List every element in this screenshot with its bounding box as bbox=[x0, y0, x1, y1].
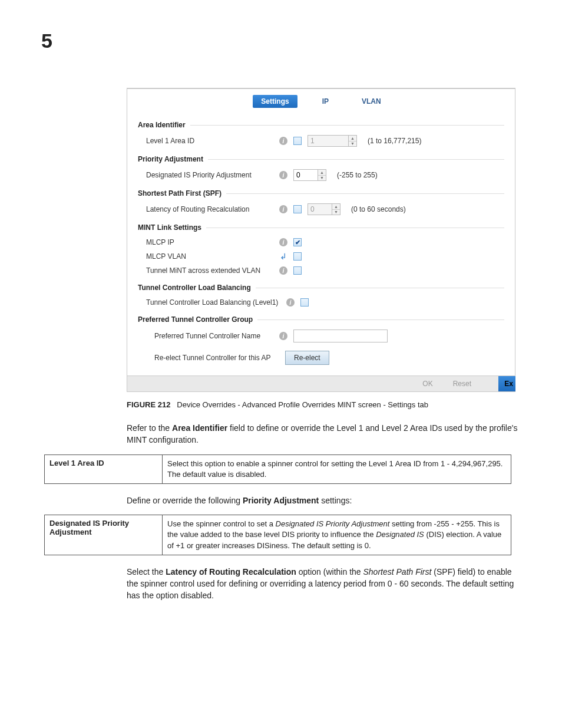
table-row-val: Use the spinner control to set a Designa… bbox=[163, 515, 511, 555]
reelect-row: Re-elect Tunnel Controller for this AP R… bbox=[138, 348, 504, 367]
latency-range: (0 to 60 seconds) bbox=[351, 205, 406, 213]
reelect-button[interactable]: Re-elect bbox=[285, 351, 329, 365]
spinner-up-icon[interactable]: ▲ bbox=[349, 136, 356, 141]
table-dis-priority: Designated IS Priority Adjustment Use th… bbox=[44, 515, 511, 555]
info-icon[interactable]: i bbox=[279, 238, 287, 246]
table-level1-area-id: Level 1 Area ID Select this option to en… bbox=[44, 454, 511, 484]
group-area-identifier: Area Identifier bbox=[138, 121, 504, 129]
latency-spinner[interactable]: ▲▼ bbox=[308, 203, 340, 215]
mlcp-vlan-row: MLCP VLAN ↲ bbox=[138, 249, 504, 263]
level1-range: (1 to 16,777,215) bbox=[368, 137, 421, 145]
dis-priority-spinner[interactable]: ▲▼ bbox=[293, 169, 326, 181]
footer-bar: OK Reset Ex bbox=[127, 375, 515, 391]
table-row-key: Designated IS Priority Adjustment bbox=[45, 515, 163, 555]
tabs: Settings IP VLAN bbox=[127, 89, 515, 111]
ptc-name-input[interactable] bbox=[293, 330, 388, 342]
spinner-up-icon[interactable]: ▲ bbox=[318, 170, 326, 176]
level1-area-id-row: Level 1 Area ID i ▲▼ (1 to 16,777,215) bbox=[138, 133, 504, 149]
info-icon[interactable]: i bbox=[286, 298, 295, 307]
figure-number: FIGURE 212 bbox=[127, 400, 170, 409]
mlcp-ip-label: MLCP IP bbox=[146, 238, 273, 246]
dis-priority-label: Designated IS Priority Adjustment bbox=[146, 171, 273, 179]
dis-range: (-255 to 255) bbox=[337, 171, 378, 179]
info-icon[interactable]: i bbox=[279, 266, 287, 275]
paragraph-latency: Select the Latency of Routing Recalculat… bbox=[127, 566, 521, 602]
chapter-number: 5 bbox=[41, 29, 521, 52]
spinner-down-icon[interactable]: ▼ bbox=[318, 176, 326, 181]
level1-area-id-spinner[interactable]: ▲▼ bbox=[308, 135, 357, 147]
ptc-name-row: Preferred Tunnel Controller Name i bbox=[138, 327, 504, 345]
tab-vlan[interactable]: VLAN bbox=[353, 95, 389, 108]
latency-checkbox[interactable] bbox=[293, 205, 302, 213]
exit-button[interactable]: Ex bbox=[498, 376, 515, 391]
paragraph-area-identifier: Refer to the Area Identifier field to de… bbox=[127, 422, 521, 446]
spinner-down-icon[interactable]: ▼ bbox=[332, 210, 340, 215]
group-title-text: Priority Adjustment bbox=[138, 155, 203, 163]
group-title-text: Preferred Tunnel Controller Group bbox=[138, 315, 253, 324]
ok-button[interactable]: OK bbox=[422, 380, 432, 388]
figure-caption-text: Device Overrides - Advanced Profile Over… bbox=[177, 400, 428, 409]
dis-priority-input[interactable] bbox=[293, 169, 318, 181]
mlcp-ip-checkbox[interactable]: ✔ bbox=[293, 238, 302, 246]
tclb-row: Tunnel Controller Load Balancing (Level1… bbox=[138, 295, 504, 309]
group-priority-adjustment: Priority Adjustment bbox=[138, 155, 504, 163]
tab-settings[interactable]: Settings bbox=[253, 95, 297, 108]
dis-priority-row: Designated IS Priority Adjustment i ▲▼ (… bbox=[138, 167, 504, 183]
info-icon[interactable]: i bbox=[279, 171, 287, 179]
tunnel-mint-label: Tunnel MiNT across extended VLAN bbox=[146, 266, 273, 275]
reelect-label: Re-elect Tunnel Controller for this AP bbox=[146, 354, 273, 362]
group-title-text: Area Identifier bbox=[138, 121, 186, 129]
tunnel-mint-row: Tunnel MiNT across extended VLAN i bbox=[138, 263, 504, 278]
level1-area-id-checkbox[interactable] bbox=[293, 137, 302, 145]
group-title-text: Tunnel Controller Load Balancing bbox=[138, 284, 251, 292]
tclb-label: Tunnel Controller Load Balancing (Level1… bbox=[146, 298, 280, 307]
spinner-down-icon[interactable]: ▼ bbox=[349, 141, 356, 147]
level1-area-id-label: Level 1 Area ID bbox=[146, 137, 273, 145]
latency-input[interactable] bbox=[308, 203, 332, 215]
paragraph-priority-adjustment: Define or override the following Priorit… bbox=[127, 495, 521, 506]
info-icon[interactable]: i bbox=[279, 332, 287, 340]
tab-ip[interactable]: IP bbox=[314, 95, 337, 108]
latency-row: Latency of Routing Recalculation i ▲▼ (0… bbox=[138, 201, 504, 218]
latency-label: Latency of Routing Recalculation bbox=[146, 205, 273, 213]
reset-button[interactable]: Reset bbox=[453, 380, 471, 388]
tunnel-mint-checkbox[interactable] bbox=[293, 266, 302, 275]
group-mint-link: MINT Link Settings bbox=[138, 223, 504, 232]
group-title-text: Shortest Path First (SPF) bbox=[138, 189, 222, 197]
group-spf: Shortest Path First (SPF) bbox=[138, 189, 504, 197]
mlcp-ip-row: MLCP IP i ✔ bbox=[138, 235, 504, 249]
ptc-name-label: Preferred Tunnel Controller Name bbox=[146, 332, 273, 340]
level1-area-id-input[interactable] bbox=[308, 135, 349, 147]
tclb-checkbox[interactable] bbox=[300, 298, 309, 307]
info-icon[interactable]: i bbox=[279, 137, 287, 145]
table-row-val: Select this option to enable a spinner c… bbox=[163, 454, 511, 483]
spinner-up-icon[interactable]: ▲ bbox=[332, 204, 340, 210]
mlcp-vlan-label: MLCP VLAN bbox=[146, 252, 273, 261]
group-ptcg: Preferred Tunnel Controller Group bbox=[138, 315, 504, 324]
table-row-key: Level 1 Area ID bbox=[45, 454, 163, 483]
mint-settings-panel: Settings IP VLAN Area Identifier Level 1… bbox=[127, 88, 515, 392]
info-icon[interactable]: i bbox=[279, 205, 287, 213]
group-title-text: MINT Link Settings bbox=[138, 223, 201, 232]
group-tclb: Tunnel Controller Load Balancing bbox=[138, 284, 504, 292]
figure-caption: FIGURE 212 Device Overrides - Advanced P… bbox=[127, 400, 521, 409]
mlcp-vlan-checkbox[interactable] bbox=[293, 252, 302, 261]
override-icon[interactable]: ↲ bbox=[279, 252, 287, 261]
